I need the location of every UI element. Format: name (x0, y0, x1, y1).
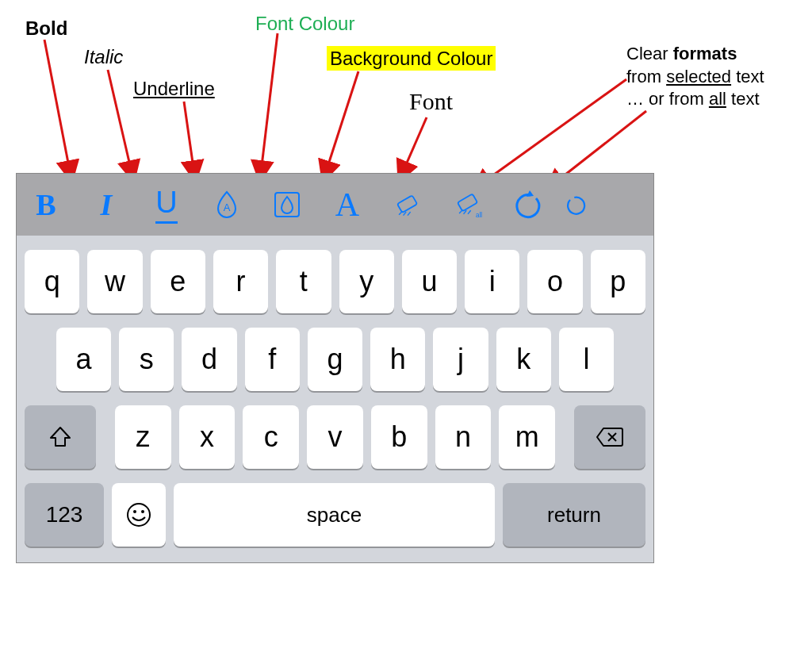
background-colour-icon (271, 189, 303, 221)
keyboard-row-1: q w e r t y u i o p (25, 250, 645, 313)
key-g[interactable]: g (308, 328, 362, 391)
svg-point-15 (141, 510, 144, 513)
key-l[interactable]: l (559, 328, 614, 391)
keyboard-row-2: a s d f g h j k l (25, 328, 645, 391)
svg-line-5 (400, 117, 427, 179)
key-r[interactable]: r (213, 250, 268, 313)
clear-all-format-button[interactable]: all (445, 182, 491, 228)
key-f[interactable]: f (245, 328, 300, 391)
numbers-key[interactable]: 123 (25, 483, 104, 547)
key-t[interactable]: t (276, 250, 331, 313)
emoji-icon (125, 501, 152, 528)
key-j[interactable]: j (433, 328, 488, 391)
key-q[interactable]: q (25, 250, 79, 313)
space-key[interactable]: space (174, 483, 495, 547)
annotation-bold: Bold (25, 16, 67, 40)
redo-icon (565, 189, 589, 221)
key-s[interactable]: s (119, 328, 174, 391)
svg-line-4 (324, 71, 358, 179)
svg-point-14 (133, 510, 136, 513)
key-a[interactable]: a (56, 328, 111, 391)
svg-text:all: all (476, 212, 482, 219)
undo-button[interactable] (505, 182, 551, 228)
svg-rect-11 (458, 194, 477, 211)
annotation-underline: Underline (133, 76, 215, 101)
key-h[interactable]: h (370, 328, 425, 391)
background-colour-button[interactable] (264, 182, 310, 228)
key-p[interactable]: p (591, 250, 645, 313)
key-o[interactable]: o (527, 250, 582, 313)
svg-point-13 (128, 504, 150, 526)
key-d[interactable]: d (182, 328, 236, 391)
annotation-italic: Italic (84, 44, 123, 69)
format-toolbar: B I U A A (17, 174, 653, 236)
keyboard-row-3: z x c v b n m (25, 405, 645, 469)
redo-button[interactable] (565, 182, 589, 228)
key-n[interactable]: n (435, 405, 492, 469)
key-e[interactable]: e (151, 250, 205, 313)
annotation-clear-formats: Clear formats from selected text … or fr… (626, 43, 801, 111)
emoji-key[interactable] (112, 483, 166, 547)
key-k[interactable]: k (496, 328, 551, 391)
annotation-font: Font (409, 86, 453, 117)
key-m[interactable]: m (499, 405, 555, 469)
backspace-icon (596, 427, 624, 447)
backspace-key[interactable] (574, 405, 645, 469)
key-b[interactable]: b (371, 405, 427, 469)
eraser-icon (392, 189, 423, 221)
shift-icon (48, 425, 72, 449)
key-y[interactable]: y (339, 250, 394, 313)
device-frame: B I U A A (16, 173, 654, 563)
font-colour-icon: A (211, 189, 243, 221)
return-key[interactable]: return (503, 483, 645, 547)
undo-icon (512, 189, 544, 221)
svg-line-2 (184, 102, 195, 179)
eraser-all-icon: all (452, 189, 484, 221)
clear-format-button[interactable] (385, 182, 431, 228)
font-colour-button[interactable]: A (204, 182, 250, 228)
svg-rect-10 (397, 195, 417, 213)
underline-button[interactable]: U (144, 182, 190, 228)
italic-button[interactable]: I (83, 182, 129, 228)
svg-text:A: A (224, 201, 231, 213)
keyboard: q w e r t y u i o p a s d f g h j k l (17, 236, 653, 562)
key-u[interactable]: u (402, 250, 457, 313)
annotation-font-colour: Font Colour (255, 11, 354, 36)
key-w[interactable]: w (87, 250, 142, 313)
annotation-background-colour: Background Colour (327, 46, 496, 71)
bold-button[interactable]: B (23, 182, 69, 228)
svg-line-3 (260, 33, 278, 179)
key-c[interactable]: c (243, 405, 299, 469)
keyboard-row-4: 123 space return (25, 483, 645, 547)
svg-line-1 (108, 70, 133, 179)
key-x[interactable]: x (179, 405, 236, 469)
key-v[interactable]: v (307, 405, 363, 469)
key-i[interactable]: i (465, 250, 519, 313)
key-z[interactable]: z (115, 405, 171, 469)
shift-key[interactable] (25, 405, 96, 469)
svg-line-0 (44, 40, 71, 179)
font-button[interactable]: A (324, 182, 370, 228)
